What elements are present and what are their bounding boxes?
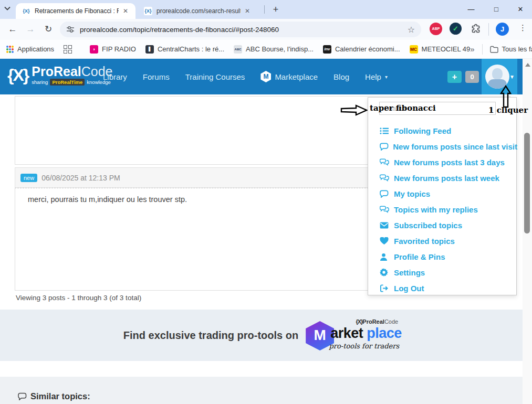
extensions-puzzle-icon[interactable] (471, 24, 481, 34)
similar-topics-heading: Similar topics: (30, 391, 90, 401)
nav-item-blog[interactable]: Blog (333, 72, 349, 81)
inv-favicon: Inv (323, 45, 331, 54)
bookmark-grid-button[interactable] (64, 45, 72, 54)
logout-icon (380, 284, 391, 292)
user-menu-item-label: Profile & Pins (394, 252, 445, 261)
nav-item-marketplace[interactable]: MMarketplace (260, 71, 318, 82)
tab-close-icon[interactable]: ✕ (123, 7, 128, 15)
browser-titlebar: {X} Retracements de Fibonacci : For ✕ {X… (0, 0, 532, 19)
abc-favicon: ABC (234, 45, 242, 54)
comment-icon (380, 190, 391, 198)
nav-item-label: Training Courses (185, 72, 245, 81)
nav-item-help[interactable]: Help▾ (365, 72, 388, 81)
prorealcode-header: {X} ProRealCode sharingProRealTimeknowle… (0, 59, 523, 94)
url-bar[interactable]: prorealcode.com/topic/retracements-de-fi… (60, 22, 421, 37)
apps-grid-icon (6, 46, 14, 53)
bookmark-applications[interactable]: Applications (6, 45, 54, 53)
new-tab-button[interactable]: + (269, 3, 282, 16)
tab-divider (264, 5, 265, 14)
site-settings-icon[interactable] (66, 25, 75, 34)
user-menu-item[interactable]: New forums posts since last visit (368, 139, 517, 154)
user-menu-item[interactable]: New forums posts last 3 days (368, 154, 517, 170)
window-close-button[interactable]: ✕ (513, 4, 528, 15)
user-menu-item[interactable]: My topics (368, 186, 517, 201)
bookmark-label: Calendrier économi... (335, 45, 400, 53)
window-maximize-button[interactable]: □ (488, 4, 504, 15)
user-menu-item-label: My topics (394, 189, 430, 198)
marketplace-brand-line: {X}ProRealCode (356, 318, 398, 325)
bookmark-star-icon[interactable]: ☆ (408, 25, 415, 35)
marketplace-banner[interactable]: Find exclusive trading pro-tools on M {X… (0, 310, 523, 361)
nav-item-label: Forums (143, 72, 170, 81)
window-minimize-button[interactable]: — (463, 4, 479, 15)
bookmark-label: Tous les favoris (502, 45, 532, 53)
bookmark-item[interactable]: InvCalendrier économi... (323, 45, 400, 54)
gear-icon (380, 268, 391, 277)
user-menu-item-label: New forums posts last week (394, 174, 499, 183)
scrollbar-thumb[interactable] (524, 133, 530, 233)
user-menu-item-label: New forums posts last 3 days (394, 158, 505, 167)
bookmarks-overflow-icon[interactable]: » (470, 45, 474, 54)
grid-squares-icon (64, 45, 72, 54)
heart-icon (380, 237, 391, 245)
mc-favicon: MC (410, 45, 418, 54)
browser-window: {X} Retracements de Fibonacci : For ✕ {X… (0, 0, 532, 404)
back-icon[interactable]: ← (6, 23, 19, 36)
browser-tab-inactive[interactable]: {X} prorealcode.com/search-results ✕ (138, 3, 263, 19)
bookmark-item[interactable]: ◗FIP RADIO (90, 45, 136, 54)
prorealcode-favicon: {X} (144, 7, 152, 15)
tab-close-icon[interactable]: ✕ (245, 7, 250, 15)
scrollbar-up-arrow-icon[interactable] (525, 63, 530, 67)
fip-favicon: ◗ (90, 45, 98, 54)
browser-menu-kebab-icon[interactable]: ⋮ (519, 23, 527, 33)
bookmarks-divider (482, 44, 483, 55)
prorealcode-logo[interactable]: {X} ProRealCode sharingProRealTimeknowle… (7, 65, 113, 86)
tab-search-chevron-icon[interactable] (4, 6, 11, 10)
cc-favicon: ❚ (145, 45, 154, 54)
browser-tab-active[interactable]: {X} Retracements de Fibonacci : For ✕ (16, 3, 135, 19)
reload-icon[interactable]: ↻ (42, 23, 55, 36)
user-menu-item-label: Settings (394, 268, 425, 277)
user-menu-item[interactable]: Log Out (368, 280, 517, 296)
url-text[interactable]: prorealcode.com/topic/retracements-de-fi… (80, 26, 408, 34)
notification-counter-badge[interactable]: 0 (465, 71, 479, 83)
nav-item-forums[interactable]: Forums (143, 72, 170, 81)
user-menu-list: Following FeedNew forums posts since las… (368, 123, 517, 296)
annotation-avatar-hint: 1 cliquer (488, 105, 528, 115)
marketplace-m-letter: M (306, 327, 334, 344)
post-content-text: merci, pourrais tu m,indiquer ou les tro… (28, 195, 187, 204)
user-menu-item[interactable]: Following Feed (368, 123, 517, 139)
add-button[interactable]: + (447, 71, 462, 83)
forward-icon[interactable]: → (24, 23, 37, 36)
user-menu-item-label: Following Feed (394, 126, 451, 135)
user-icon (380, 253, 391, 261)
comments-icon (380, 206, 391, 214)
user-menu-item[interactable]: Favorited topics (368, 233, 517, 249)
bookmark-all-favorites[interactable]: Tous les favoris (490, 45, 532, 53)
adblock-extension-icon[interactable]: ABP (430, 23, 442, 35)
bookmark-item[interactable]: MCMETEOCIEL 49 (410, 45, 471, 54)
nav-item-label: Marketplace (275, 72, 318, 81)
user-menu-item-label: Subscribed topics (394, 221, 462, 230)
envelope-icon (380, 222, 391, 229)
user-menu-item[interactable]: Settings (368, 264, 517, 280)
comments-icon (380, 174, 391, 182)
annotation-search-hint: taper fibonacci (370, 103, 436, 113)
brand-name: ProRealCode (32, 64, 112, 79)
prorealcode-favicon: {X} (22, 7, 30, 15)
tab-title: prorealcode.com/search-results (157, 7, 241, 15)
check-extension-icon[interactable]: ✓ (450, 23, 462, 35)
bookmark-item[interactable]: ❚CentralCharts : le ré... (145, 45, 224, 54)
nav-item-training-courses[interactable]: Training Courses (185, 72, 245, 81)
user-menu-item-label: Topics with my replies (394, 205, 478, 214)
user-menu-item[interactable]: Topics with my replies (368, 201, 517, 217)
user-menu-item[interactable]: New forums posts last week (368, 170, 517, 186)
user-menu-item[interactable]: Subscribed topics (368, 217, 517, 233)
user-menu-item[interactable]: Profile & Pins (368, 249, 517, 264)
bookmark-item[interactable]: ABCABC Bourse, l'indisp... (234, 45, 314, 54)
list-icon (380, 127, 391, 135)
chevron-down-icon: ▾ (385, 74, 388, 80)
comments-icon (380, 158, 391, 166)
browser-profile-avatar[interactable]: J (496, 23, 509, 36)
nav-item-library[interactable]: Library (103, 72, 127, 81)
